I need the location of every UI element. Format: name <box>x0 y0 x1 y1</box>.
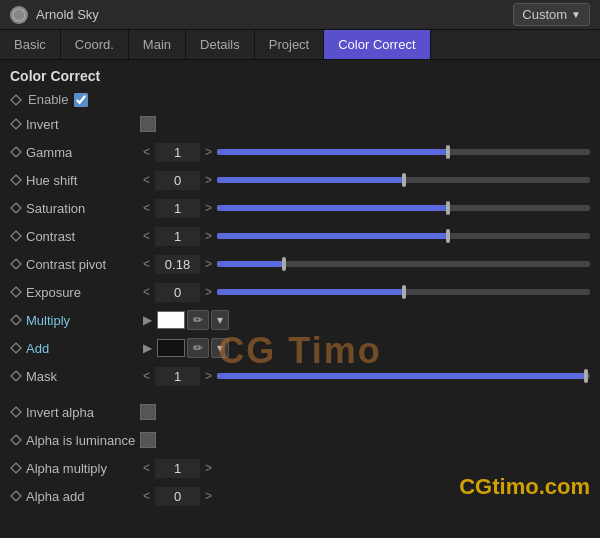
svg-marker-9 <box>11 315 21 325</box>
title-left: Arnold Sky <box>10 6 99 24</box>
exposure-slider-group: < > <box>140 283 590 302</box>
saturation-increment[interactable]: > <box>202 202 215 214</box>
diamond-icon-invert <box>10 118 22 130</box>
param-row-invert-alpha: Invert alpha <box>0 398 600 426</box>
content-area: Color Correct Enable Invert Gamma < > <box>0 60 600 510</box>
preset-dropdown[interactable]: Custom ▼ <box>513 3 590 26</box>
contrast-slider-fill <box>217 233 448 239</box>
multiply-expand[interactable]: ▾ <box>211 310 229 330</box>
hue-shift-increment[interactable]: > <box>202 174 215 186</box>
param-label-alpha-multiply: Alpha multiply <box>26 461 136 476</box>
param-label-contrast: Contrast <box>26 229 136 244</box>
exposure-slider-track[interactable] <box>217 289 590 295</box>
gamma-increment[interactable]: > <box>202 146 215 158</box>
svg-marker-12 <box>11 407 21 417</box>
param-row-alpha-multiply: Alpha multiply < > <box>0 454 600 482</box>
saturation-decrement[interactable]: < <box>140 202 153 214</box>
param-row-contrast-pivot: Contrast pivot < > <box>0 250 600 278</box>
contrast-pivot-slider-fill <box>217 261 284 267</box>
enable-checkbox[interactable] <box>74 93 88 107</box>
contrast-slider-group: < > <box>140 227 590 246</box>
saturation-slider-group: < > <box>140 199 590 218</box>
mask-increment[interactable]: > <box>202 370 215 382</box>
param-label-alpha-add: Alpha add <box>26 489 136 504</box>
mask-slider-fill <box>217 373 586 379</box>
alpha-add-increment[interactable]: > <box>202 490 215 502</box>
diamond-icon-exposure <box>10 286 22 298</box>
param-label-mask: Mask <box>26 369 136 384</box>
param-row-gamma: Gamma < > <box>0 138 600 166</box>
add-eyedropper[interactable]: ✏ <box>187 338 209 358</box>
saturation-value[interactable] <box>155 199 200 218</box>
alpha-multiply-decrement[interactable]: < <box>140 462 153 474</box>
svg-marker-3 <box>11 147 21 157</box>
tabs-bar: Basic Coord. Main Details Project Color … <box>0 30 600 60</box>
mask-value[interactable] <box>155 367 200 386</box>
hue-shift-value[interactable] <box>155 171 200 190</box>
param-label-gamma: Gamma <box>26 145 136 160</box>
param-row-contrast: Contrast < > <box>0 222 600 250</box>
mask-slider-track[interactable] <box>217 373 590 379</box>
param-row-multiply: Multiply ▶ ✏ ▾ <box>0 306 600 334</box>
preset-label: Custom <box>522 7 567 22</box>
contrast-pivot-slider-handle <box>282 257 286 271</box>
saturation-slider-track[interactable] <box>217 205 590 211</box>
alpha-add-decrement[interactable]: < <box>140 490 153 502</box>
gamma-decrement[interactable]: < <box>140 146 153 158</box>
param-label-saturation: Saturation <box>26 201 136 216</box>
exposure-slider-handle <box>402 285 406 299</box>
add-swatch[interactable] <box>157 339 185 357</box>
alpha-multiply-value[interactable] <box>155 459 200 478</box>
diamond-icon-enable <box>10 94 22 106</box>
exposure-increment[interactable]: > <box>202 286 215 298</box>
diamond-icon-invert-alpha <box>10 406 22 418</box>
svg-marker-15 <box>11 491 21 501</box>
add-expand[interactable]: ▾ <box>211 338 229 358</box>
arnold-sky-icon <box>10 6 28 24</box>
multiply-swatch[interactable] <box>157 311 185 329</box>
param-label-hue-shift: Hue shift <box>26 173 136 188</box>
tab-basic[interactable]: Basic <box>0 30 61 59</box>
gamma-slider-track[interactable] <box>217 149 590 155</box>
mask-decrement[interactable]: < <box>140 370 153 382</box>
alpha-luminance-checkbox[interactable] <box>140 432 156 448</box>
contrast-pivot-decrement[interactable]: < <box>140 258 153 270</box>
contrast-pivot-value[interactable] <box>155 255 200 274</box>
gamma-value[interactable] <box>155 143 200 162</box>
diamond-icon-gamma <box>10 146 22 158</box>
add-arrow[interactable]: ▶ <box>140 342 155 354</box>
tab-main[interactable]: Main <box>129 30 186 59</box>
tab-project[interactable]: Project <box>255 30 324 59</box>
multiply-eyedropper[interactable]: ✏ <box>187 310 209 330</box>
hue-shift-decrement[interactable]: < <box>140 174 153 186</box>
hue-shift-slider-track[interactable] <box>217 177 590 183</box>
contrast-pivot-slider-track[interactable] <box>217 261 590 267</box>
tab-coord[interactable]: Coord. <box>61 30 129 59</box>
title-bar: Arnold Sky Custom ▼ <box>0 0 600 30</box>
contrast-decrement[interactable]: < <box>140 230 153 242</box>
alpha-add-value[interactable] <box>155 487 200 506</box>
window-title: Arnold Sky <box>36 7 99 22</box>
contrast-value[interactable] <box>155 227 200 246</box>
diamond-icon-alpha-luminance <box>10 434 22 446</box>
contrast-increment[interactable]: > <box>202 230 215 242</box>
diamond-icon-mask <box>10 370 22 382</box>
invert-alpha-checkbox[interactable] <box>140 404 156 420</box>
contrast-pivot-increment[interactable]: > <box>202 258 215 270</box>
param-label-contrast-pivot: Contrast pivot <box>26 257 136 272</box>
tab-color-correct[interactable]: Color Correct <box>324 30 430 59</box>
alpha-multiply-increment[interactable]: > <box>202 462 215 474</box>
multiply-arrow[interactable]: ▶ <box>140 314 155 326</box>
exposure-decrement[interactable]: < <box>140 286 153 298</box>
svg-marker-13 <box>11 435 21 445</box>
contrast-slider-track[interactable] <box>217 233 590 239</box>
diamond-icon-add <box>10 342 22 354</box>
tab-details[interactable]: Details <box>186 30 255 59</box>
exposure-value[interactable] <box>155 283 200 302</box>
diamond-icon-alpha-multiply <box>10 462 22 474</box>
hue-shift-slider-fill <box>217 177 403 183</box>
diamond-icon-contrast-pivot <box>10 258 22 270</box>
diamond-icon-contrast <box>10 230 22 242</box>
invert-checkbox[interactable] <box>140 116 156 132</box>
svg-marker-11 <box>11 371 21 381</box>
